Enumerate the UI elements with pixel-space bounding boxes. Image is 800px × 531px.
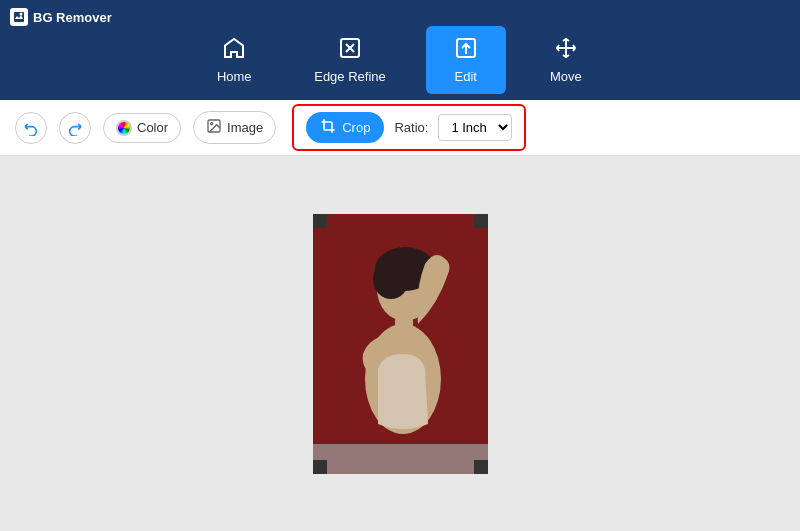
crop-handle-top-left[interactable] — [313, 214, 327, 228]
tab-home[interactable]: Home — [194, 26, 274, 94]
app-title: BG Remover — [10, 8, 112, 26]
ratio-select[interactable]: 1 Inch 2 Inch Free 1:1 4:3 16:9 — [438, 114, 512, 141]
image-button[interactable]: Image — [193, 111, 276, 144]
crop-button[interactable]: Crop — [306, 112, 384, 143]
svg-point-1 — [20, 13, 23, 16]
tab-edge-refine[interactable]: Edge Refine — [294, 26, 406, 94]
color-icon — [116, 120, 132, 136]
image-bottom-strip — [313, 444, 488, 474]
crop-handle-bottom-right[interactable] — [474, 460, 488, 474]
person-image — [333, 224, 473, 469]
tab-move[interactable]: Move — [526, 26, 606, 94]
edge-refine-icon — [338, 36, 362, 63]
redo-button[interactable] — [59, 112, 91, 144]
move-icon — [554, 36, 578, 63]
svg-point-11 — [373, 259, 409, 299]
ratio-label: Ratio: — [394, 120, 428, 135]
toolbar: Color Image Crop — [0, 100, 800, 156]
canvas-area — [0, 156, 800, 531]
image-container — [313, 214, 488, 474]
color-button[interactable]: Color — [103, 113, 181, 143]
nav-tabs: Home Edge Refine Edit M — [10, 6, 790, 94]
image-icon — [206, 118, 222, 137]
home-icon — [222, 36, 246, 63]
svg-rect-0 — [14, 12, 24, 22]
undo-button[interactable] — [15, 112, 47, 144]
crop-handle-bottom-left[interactable] — [313, 460, 327, 474]
app-logo-icon — [10, 8, 28, 26]
svg-point-7 — [211, 123, 213, 125]
tab-edit[interactable]: Edit — [426, 26, 506, 94]
edit-icon — [454, 36, 478, 63]
svg-rect-12 — [395, 317, 413, 337]
crop-icon — [320, 118, 336, 137]
crop-section: Crop Ratio: 1 Inch 2 Inch Free 1:1 4:3 1… — [292, 104, 526, 151]
crop-handle-top-right[interactable] — [474, 214, 488, 228]
